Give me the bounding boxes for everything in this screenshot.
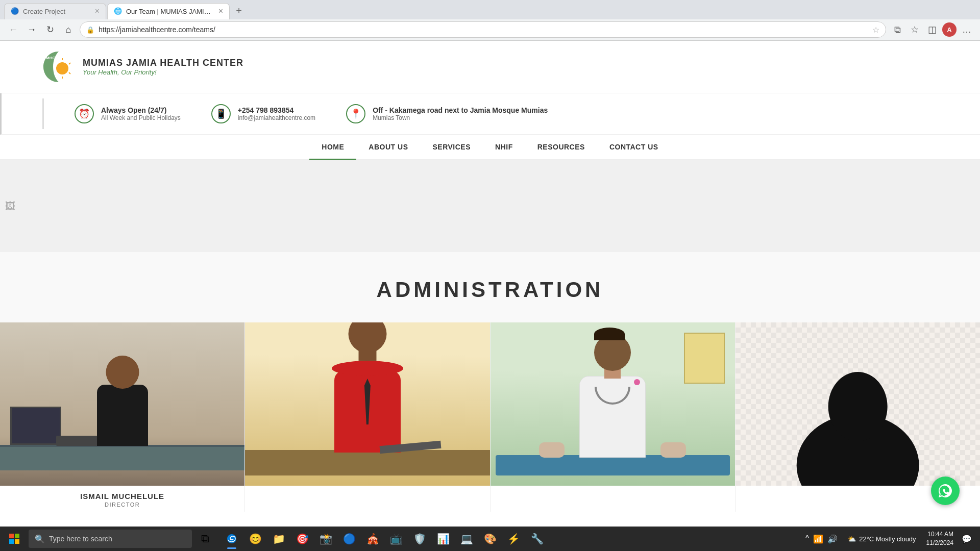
taskbar-app-6[interactable]: 🎪 — [361, 528, 384, 550]
emoji-app-icon: 😊 — [249, 533, 262, 545]
taskbar-right: ^ 📶 🔊 ⛅ 22°C Mostly cloudy 10:44 AM 11/2… — [801, 530, 978, 547]
broken-image-icon: 🖼 — [5, 201, 15, 212]
team-card-3 — [491, 322, 736, 512]
monitor-1 — [10, 407, 61, 445]
settings-icon[interactable]: … — [960, 22, 974, 37]
taskbar-app-12[interactable]: ⚡ — [502, 528, 525, 550]
admin-section: ADMINISTRATION — [0, 252, 980, 512]
team-label-1: ISMAIL MUCHELULE DIRECTOR — [0, 486, 244, 512]
info-item-phone: 📱 +254 798 893854 info@jamiahealthcentre… — [211, 104, 315, 123]
team-label-3 — [491, 486, 735, 512]
taskbar: 🔍 Type here to search ⧉ 😊 📁 🎯 📸 🔵 — [0, 527, 980, 551]
info-divider — [42, 98, 44, 129]
team-role-2 — [249, 502, 485, 508]
address-secure-icon: 🔒 — [86, 26, 94, 34]
taskbar-app-edge[interactable] — [220, 528, 243, 550]
browser-chrome: 🔵 Create Project × 🌐 Our Team | MUMIAS J… — [0, 0, 980, 41]
wall-poster — [684, 333, 725, 384]
taskbar-app-7[interactable]: 📺 — [385, 528, 407, 550]
chevron-up-icon[interactable]: ^ — [805, 534, 810, 543]
browser-right-icons: ⧉ ☆ ◫ A … — [890, 22, 974, 37]
new-tab-button[interactable]: + — [231, 3, 247, 19]
taskbar-search[interactable]: 🔍 Type here to search — [29, 530, 192, 548]
notification-icon[interactable]: 💬 — [960, 534, 974, 544]
extensions-icon[interactable]: ⧉ — [890, 22, 904, 37]
app12-icon: ⚡ — [507, 533, 520, 545]
taskbar-app-13[interactable]: 🔧 — [526, 528, 548, 550]
desk-1 — [0, 445, 244, 470]
taskbar-taskview[interactable]: ⧉ — [194, 528, 216, 550]
bookmark-icon[interactable]: ☆ — [872, 25, 879, 35]
nav-services[interactable]: SERVICES — [420, 135, 483, 159]
location-sub: Mumias Town — [373, 114, 548, 121]
person-body-1 — [97, 385, 148, 446]
phone-sub: info@jamiahealthcentre.com — [238, 114, 315, 121]
tab2-favicon: 🌐 — [114, 7, 122, 15]
team-name-1: ISMAIL MUCHELULE — [4, 492, 240, 500]
clock-date: 11/2/2024 — [926, 539, 953, 547]
collections-icon[interactable]: ◫ — [925, 22, 939, 37]
svg-line-2 — [69, 63, 70, 64]
phone-title: +254 798 893854 — [238, 106, 315, 114]
team-role-1: DIRECTOR — [4, 502, 240, 508]
app6-icon: 🎪 — [366, 533, 379, 545]
profile-button[interactable]: A — [942, 22, 957, 37]
cloud-icon: ⛅ — [848, 535, 856, 543]
team-photo-1 — [0, 322, 244, 486]
team-photo-2 — [245, 322, 489, 486]
volume-icon[interactable]: 🔊 — [827, 534, 838, 544]
taskbar-app-4[interactable]: 📸 — [314, 528, 337, 550]
hair-3 — [594, 328, 625, 340]
clock-icon: ⏰ — [75, 104, 94, 123]
nav-resources[interactable]: RESOURCES — [525, 135, 597, 159]
nav-about[interactable]: ABOUT US — [356, 135, 420, 159]
taskbar-app-10[interactable]: 💻 — [455, 528, 478, 550]
whatsapp-button[interactable] — [931, 477, 960, 505]
browser-tab-1[interactable]: 🔵 Create Project × — [4, 3, 106, 19]
svg-rect-10 — [15, 534, 19, 538]
site-navigation: HOME ABOUT US SERVICES NHIF RESOURCES CO… — [0, 135, 980, 160]
phone-icon: 📱 — [211, 104, 231, 123]
team-name-3 — [495, 492, 731, 500]
svg-rect-11 — [9, 539, 14, 544]
svg-text:MHC: MHC — [46, 56, 55, 60]
arm-left-3 — [539, 442, 565, 458]
browser-toolbar: ← → ↻ ⌂ 🔒 ☆ ⧉ ☆ ◫ A … — [0, 19, 980, 40]
tab2-label: Our Team | MUMIAS JAMIA HE... — [126, 8, 214, 15]
taskbar-clock[interactable]: 10:44 AM 11/2/2024 — [922, 530, 958, 547]
forward-button[interactable]: → — [24, 22, 39, 37]
site-header: MHC MUMIAS JAMIA HEALTH CENTER Your Heal… — [0, 41, 980, 93]
taskview-icon: ⧉ — [201, 532, 209, 545]
refresh-button[interactable]: ↻ — [43, 22, 57, 37]
network-icon[interactable]: 📶 — [813, 534, 823, 544]
taskbar-app-3[interactable]: 🎯 — [291, 528, 313, 550]
nav-home[interactable]: HOME — [309, 135, 356, 159]
taskbar-app-8[interactable]: 🛡️ — [408, 528, 431, 550]
taskbar-app-9[interactable]: 📊 — [432, 528, 454, 550]
browser-tab-2[interactable]: 🌐 Our Team | MUMIAS JAMIA HE... × — [107, 3, 230, 19]
monitor-screen — [12, 408, 60, 443]
team-label-2 — [245, 486, 489, 512]
taskbar-app-explorer[interactable]: 📁 — [267, 528, 290, 550]
website-content: MHC MUMIAS JAMIA HEALTH CENTER Your Heal… — [0, 41, 980, 512]
badge — [634, 379, 640, 385]
taskbar-weather[interactable]: ⛅ 22°C Mostly cloudy — [844, 535, 920, 543]
favorites-icon[interactable]: ☆ — [908, 22, 922, 37]
taskbar-app-11[interactable]: 🎨 — [479, 528, 501, 550]
tab1-close[interactable]: × — [95, 7, 100, 16]
home-button[interactable]: ⌂ — [61, 22, 76, 37]
start-button[interactable] — [2, 527, 27, 551]
app9-icon: 📊 — [437, 533, 450, 545]
nav-nhif[interactable]: NHIF — [483, 135, 525, 159]
back-button[interactable]: ← — [6, 22, 20, 37]
address-bar[interactable]: 🔒 ☆ — [80, 21, 886, 38]
address-input[interactable] — [99, 26, 868, 34]
hours-title: Always Open (24/7) — [101, 106, 181, 114]
white-coat-body — [579, 376, 646, 458]
tab2-close[interactable]: × — [218, 7, 223, 16]
location-title: Off - Kakamega road next to Jamia Mosque… — [373, 106, 548, 114]
nav-contact[interactable]: CONTACT US — [597, 135, 671, 159]
app13-icon: 🔧 — [531, 533, 544, 545]
taskbar-app-emoji[interactable]: 😊 — [244, 528, 266, 550]
taskbar-app-5[interactable]: 🔵 — [338, 528, 360, 550]
